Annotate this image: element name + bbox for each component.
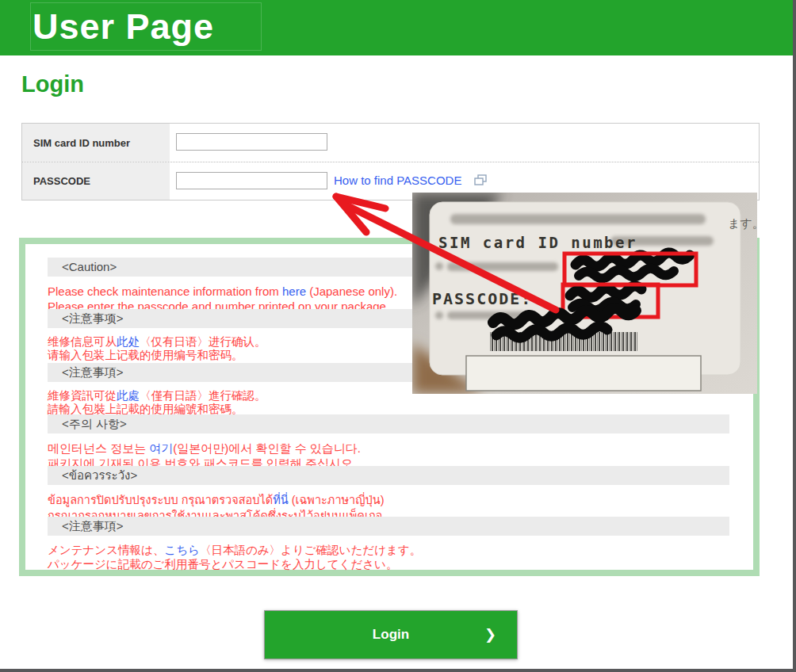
maintenance-link-thai[interactable]: ที่นี่ xyxy=(273,494,288,506)
note-text: メンテナンス情報は、 xyxy=(48,544,164,556)
maintenance-link-english[interactable]: here xyxy=(282,284,306,298)
note-text: (Japanese only). xyxy=(306,284,397,298)
caution-section-korean: <주의 사항> 메인터넌스 정보는 여기(일본어만)에서 확인할 수 있습니다.… xyxy=(48,414,729,471)
note-text: 請輸入包裝上記載的使用編號和密碼。 xyxy=(48,403,243,415)
note-text: ข้อมูลการปิดปรับปรุงระบบ กรุณาตรวจสอบได้ xyxy=(48,494,273,506)
photo-partial-japanese-text: ます。 xyxy=(728,216,757,230)
sim-id-label: SIM card ID number xyxy=(22,124,170,162)
note-text: 〈日本語のみ〉よりご確認いただけます。 xyxy=(200,544,421,556)
external-window-icon xyxy=(474,174,487,186)
login-button[interactable]: Login ❯ xyxy=(264,610,518,659)
login-form-table: SIM card ID number PASSCODE How to find … xyxy=(21,123,760,200)
sim-package-photo-graphic: ます。 SIM card ID number PASSCODE: xyxy=(412,193,757,394)
note-text: 〈仅有日语〉进行确认。 xyxy=(140,335,266,348)
photo-passcode-label: PASSCODE: xyxy=(432,289,532,308)
photo-sim-id-label: SIM card ID number xyxy=(438,234,637,251)
caution-heading-korean: <주의 사항> xyxy=(48,414,729,433)
note-text: 維修資訊可從 xyxy=(48,389,117,402)
note-text: 维修信息可从 xyxy=(48,335,117,348)
page-title: User Page xyxy=(31,6,214,48)
how-to-find-passcode-link[interactable]: How to find PASSCODE xyxy=(334,174,461,187)
note-text: 메인터넌스 정보는 xyxy=(48,441,149,455)
note-text: (일본어만)에서 확인할 수 있습니다. xyxy=(173,441,361,455)
page-frame: User Page Login SIM card ID number PASSC… xyxy=(0,0,796,672)
note-text: (เฉพาะภาษาญี่ปุ่น) xyxy=(289,494,385,506)
login-heading: Login xyxy=(21,71,84,97)
sim-package-photo: ます。 SIM card ID number PASSCODE: xyxy=(412,193,757,394)
sim-id-row: SIM card ID number xyxy=(22,124,759,162)
passcode-input[interactable] xyxy=(176,172,327,189)
caution-note-japanese: メンテナンス情報は、こちら〈日本語のみ〉よりご確認いただけます。 パッケージに記… xyxy=(48,543,729,571)
maintenance-link-traditional-chinese[interactable]: 此處 xyxy=(117,389,140,402)
login-button-label: Login xyxy=(373,627,409,643)
page-header: User Page xyxy=(0,0,793,55)
caution-heading-japanese: <注意事項> xyxy=(48,517,729,536)
caution-heading-thai: <ข้อควรระวัง> xyxy=(48,466,729,485)
caution-section-japanese: <注意事項> メンテナンス情報は、こちら〈日本語のみ〉よりご確認いただけます。 … xyxy=(48,517,729,571)
chevron-right-icon: ❯ xyxy=(484,626,496,643)
maintenance-link-simplified-chinese[interactable]: 此处 xyxy=(117,335,140,348)
note-text: 〈僅有日語〉進行確認。 xyxy=(140,389,266,402)
caution-section-thai: <ข้อควรระวัง> ข้อมูลการปิดปรับปรุงระบบ ก… xyxy=(48,466,729,524)
note-text: Please check maintenance information fro… xyxy=(48,284,282,298)
note-text: 请输入包装上记载的使用编号和密码。 xyxy=(48,349,243,361)
passcode-label: PASSCODE xyxy=(22,162,170,200)
header-title-box: User Page xyxy=(30,2,262,51)
empty-entry-box xyxy=(466,356,701,391)
maintenance-link-korean[interactable]: 여기 xyxy=(149,441,173,455)
sim-id-input[interactable] xyxy=(176,133,327,151)
maintenance-link-japanese[interactable]: こちら xyxy=(164,544,200,556)
note-text: パッケージに記載のご利用番号とパスコードを入力してください。 xyxy=(48,558,397,571)
